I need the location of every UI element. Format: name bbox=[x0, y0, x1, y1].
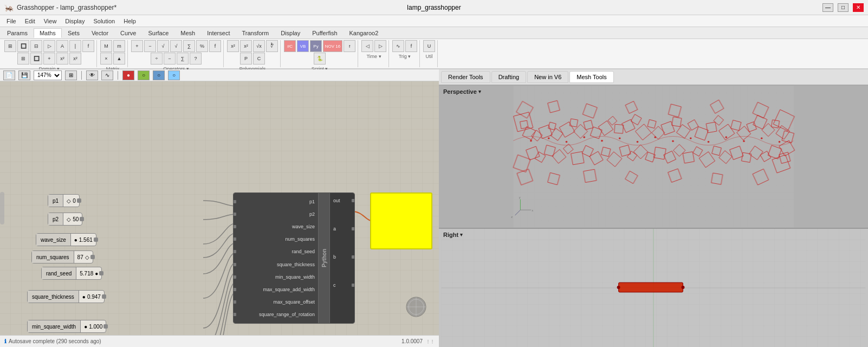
save-canvas-btn[interactable]: 💾 bbox=[18, 70, 30, 80]
domain-btn-6[interactable]: | bbox=[69, 40, 81, 52]
poly-btn-6[interactable]: C bbox=[253, 53, 265, 65]
menu-file[interactable]: File bbox=[2, 17, 21, 25]
close-button[interactable]: ✕ bbox=[853, 3, 864, 12]
tab-params[interactable]: Params bbox=[1, 28, 34, 38]
op-btn-8[interactable]: ÷ bbox=[151, 53, 163, 65]
new-canvas-btn[interactable]: 📄 bbox=[3, 70, 15, 80]
menu-display[interactable]: Display bbox=[61, 17, 89, 25]
matrix-btn-3[interactable]: × bbox=[100, 53, 112, 65]
node-p2[interactable]: p2 ◇ 50 bbox=[48, 213, 82, 226]
util-label: Util bbox=[426, 54, 433, 59]
time-btn-1[interactable]: ◁ bbox=[361, 40, 373, 52]
tab-transform[interactable]: Transform bbox=[236, 28, 275, 38]
node-square-thickness[interactable]: square_thickness ● 0.947 bbox=[27, 290, 105, 303]
domain-btn-4[interactable]: ▷ bbox=[43, 40, 55, 52]
time-btn-2[interactable]: ▷ bbox=[374, 40, 386, 52]
op-btn-7[interactable]: f bbox=[209, 40, 221, 52]
op-btn-3[interactable]: √ bbox=[157, 40, 169, 52]
poly-btn-1[interactable]: x² bbox=[227, 40, 239, 52]
tab-maths[interactable]: Maths bbox=[34, 28, 62, 38]
scrollbar-left[interactable] bbox=[0, 192, 4, 224]
right-label[interactable]: Right ▾ bbox=[443, 232, 463, 238]
menu-edit[interactable]: Edit bbox=[21, 17, 40, 25]
python-component[interactable]: p1 p2 wave_size num_squares bbox=[233, 192, 355, 324]
render-btn[interactable]: ● bbox=[122, 70, 134, 80]
ball-btn[interactable]: ○ bbox=[153, 70, 165, 80]
domain-btn-12[interactable]: x² bbox=[69, 53, 81, 65]
menu-solution[interactable]: Solution bbox=[89, 17, 119, 25]
matrix-btn-1[interactable]: M bbox=[100, 40, 112, 52]
svg-point-70 bbox=[566, 141, 567, 143]
viewport-perspective[interactable]: Perspective ▾ bbox=[439, 86, 868, 228]
zoom-fit-btn[interactable]: ⊞ bbox=[65, 70, 77, 80]
last-btn[interactable]: ○ bbox=[168, 70, 180, 80]
trig-btn-2[interactable]: f bbox=[405, 40, 417, 52]
zoom-bar: 📄 💾 147% 100% 75% 50% ⊞ 👁 ∿ ● ○ ○ ○ bbox=[0, 69, 439, 81]
menu-view[interactable]: View bbox=[40, 17, 61, 25]
domain-btn-1[interactable]: ⊞ bbox=[4, 40, 16, 52]
maximize-button[interactable]: □ bbox=[838, 3, 848, 12]
rhino-tab-new-in-v6[interactable]: New in V6 bbox=[527, 71, 568, 83]
script-btn-e[interactable]: 🐍 bbox=[314, 53, 326, 65]
rhino-tab-mesh-tools[interactable]: Mesh Tools bbox=[569, 71, 613, 83]
domain-btn-10[interactable]: + bbox=[43, 53, 55, 65]
tab-pufferfish[interactable]: Pufferfish bbox=[306, 28, 343, 38]
sphere-btn[interactable]: ○ bbox=[138, 70, 150, 80]
menu-help[interactable]: Help bbox=[119, 17, 140, 25]
wire-btn[interactable]: ∿ bbox=[101, 70, 113, 80]
tab-intersect[interactable]: Intersect bbox=[201, 28, 236, 38]
script-btn-vb[interactable]: VB bbox=[297, 40, 309, 52]
domain-btn-5[interactable]: A bbox=[56, 40, 68, 52]
op-btn-1[interactable]: + bbox=[131, 40, 143, 52]
minimize-button[interactable]: — bbox=[822, 3, 833, 12]
poly-btn-5[interactable]: P bbox=[240, 53, 252, 65]
domain-btn-8[interactable]: ⊞ bbox=[17, 53, 29, 65]
trig-btn-1[interactable]: ∿ bbox=[392, 40, 404, 52]
poly-btn-2[interactable]: x² bbox=[240, 40, 252, 52]
perspective-label[interactable]: Perspective ▾ bbox=[443, 88, 481, 95]
poly-btn-4[interactable]: ∛ bbox=[266, 40, 278, 52]
right-dropdown-icon[interactable]: ▾ bbox=[460, 232, 463, 237]
domain-btn-3[interactable]: ⊟ bbox=[30, 40, 42, 52]
rhino-tab-drafting[interactable]: Drafting bbox=[491, 71, 527, 83]
input-port-max-sq-off bbox=[233, 300, 236, 304]
tab-surface[interactable]: Surface bbox=[142, 28, 174, 38]
op-btn-5[interactable]: ∑ bbox=[183, 40, 195, 52]
domain-btn-9[interactable]: 🔲 bbox=[30, 53, 42, 65]
domain-btn-2[interactable]: 🔲 bbox=[17, 40, 29, 52]
tab-vector[interactable]: Vector bbox=[86, 28, 114, 38]
tab-mesh[interactable]: Mesh bbox=[174, 28, 201, 38]
domain-btn-7[interactable]: f bbox=[82, 40, 94, 52]
tab-sets[interactable]: Sets bbox=[62, 28, 86, 38]
tab-curve[interactable]: Curve bbox=[114, 28, 142, 38]
op-btn-11[interactable]: ? bbox=[190, 53, 202, 65]
node-p1[interactable]: p1 ◇ 0 bbox=[48, 194, 80, 207]
util-btn-1[interactable]: U bbox=[423, 40, 435, 52]
tab-kangaroo2[interactable]: Kangaroo2 bbox=[344, 28, 385, 38]
op-btn-4[interactable]: √ bbox=[170, 40, 182, 52]
tab-display[interactable]: Display bbox=[275, 28, 306, 38]
domain-btn-11[interactable]: x² bbox=[56, 53, 68, 65]
script-btn-cs[interactable]: #C bbox=[284, 40, 296, 52]
op-btn-2[interactable]: − bbox=[144, 40, 156, 52]
matrix-btn-4[interactable]: ▲ bbox=[113, 53, 125, 65]
zoom-select[interactable]: 147% 100% 75% 50% bbox=[34, 70, 62, 80]
script-btn-x[interactable]: f bbox=[344, 40, 355, 52]
node-rand-seed[interactable]: rand_seed 5.718 ● bbox=[41, 267, 102, 280]
script-btn-py[interactable]: Py bbox=[310, 40, 322, 52]
node-canvas[interactable]: p1 ◇ 0 p2 ◇ 50 wave_size ● bbox=[0, 81, 439, 335]
rhino-tab-render-tools[interactable]: Render Tools bbox=[441, 71, 490, 83]
poly-btn-3[interactable]: √x bbox=[253, 40, 265, 52]
op-btn-6[interactable]: % bbox=[196, 40, 208, 52]
op-btn-9[interactable]: − bbox=[164, 53, 176, 65]
node-num-squares[interactable]: num_squares 87 ◇ bbox=[31, 250, 93, 264]
op-btn-10[interactable]: ∑ bbox=[177, 53, 189, 65]
node-wave-size[interactable]: wave_size ● 1.561 bbox=[36, 233, 96, 246]
script-btn-gh[interactable]: NOV 16 bbox=[323, 40, 342, 52]
perspective-dropdown-icon[interactable]: ▾ bbox=[478, 89, 481, 94]
node-min-square-width[interactable]: min_square_width ● 1.000 bbox=[27, 320, 106, 333]
matrix-btn-2[interactable]: m bbox=[113, 40, 125, 52]
viewport-right[interactable]: Right ▾ bbox=[439, 228, 868, 347]
yellow-output-node[interactable] bbox=[370, 192, 432, 249]
preview-btn[interactable]: 👁 bbox=[86, 70, 98, 80]
